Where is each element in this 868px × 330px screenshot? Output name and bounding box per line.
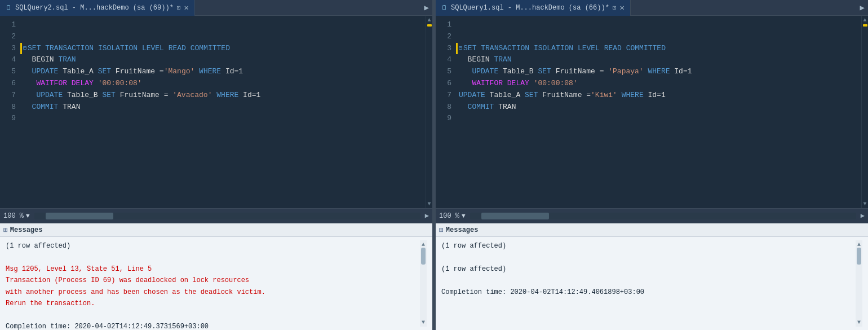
left-tab-close-icon[interactable]: ✕ bbox=[184, 4, 188, 12]
left-l7-tableb: Table_B bbox=[63, 90, 102, 102]
right-scroll-up-icon[interactable]: ▲ bbox=[863, 17, 866, 23]
left-zoom-arrow[interactable]: ▼ bbox=[26, 213, 30, 219]
right-code-line-7: UPDATE Table_A SET FruitName ='Kiwi' WHE… bbox=[456, 90, 861, 102]
left-l5-update: UPDATE bbox=[32, 66, 59, 78]
left-code-line-3: ⊟SET TRANSACTION ISOLATION LEVEL READ CO… bbox=[20, 43, 426, 55]
left-kw-set: SET bbox=[28, 43, 45, 55]
left-tab-pin-icon[interactable]: ⊡ bbox=[177, 4, 181, 11]
left-tab-scroll-right[interactable]: ▶ bbox=[421, 3, 432, 12]
left-msg-8: Completion time: 2020-04-02T14:12:49.373… bbox=[6, 321, 420, 330]
right-l7-where: WHERE bbox=[617, 90, 644, 102]
left-l8-tran: TRAN bbox=[58, 102, 80, 113]
left-scrollbar-h-right[interactable]: ▶ bbox=[425, 212, 429, 220]
main-area: 🗒 SQLQuery2.sql - M...hackDemo (sa (69))… bbox=[0, 0, 868, 330]
right-code-line-8: COMMIT TRAN bbox=[456, 102, 861, 113]
right-messages-content: (1 row affected) (1 row affected) Comple… bbox=[436, 237, 868, 330]
right-scroll-down-icon[interactable]: ▼ bbox=[863, 201, 866, 207]
left-l7-set: SET bbox=[102, 90, 115, 102]
right-messages-tab-bar: ⊞ Messages bbox=[436, 223, 868, 237]
left-kw-committed: COMMITTED bbox=[191, 43, 230, 55]
right-l7-fruitname: FruitName = bbox=[538, 90, 591, 102]
right-msg-5: Completion time: 2020-04-02T14:12:49.406… bbox=[441, 287, 856, 298]
right-l5-fruitname: FruitName = bbox=[551, 66, 608, 78]
right-scrollbar-h-thumb bbox=[481, 213, 549, 219]
left-messages-tab-label[interactable]: Messages bbox=[10, 226, 43, 234]
right-code-line-4: BEGIN TRAN bbox=[456, 54, 861, 66]
left-l4-tran: TRAN bbox=[58, 54, 76, 66]
left-messages-text: (1 row affected) Msg 1205, Level 13, Sta… bbox=[6, 240, 420, 327]
right-tab-pin-icon[interactable]: ⊡ bbox=[613, 4, 617, 11]
right-line-num-8: 8 bbox=[440, 102, 451, 113]
right-l5-id: Id=1 bbox=[670, 66, 692, 78]
right-messages-tab-label[interactable]: Messages bbox=[446, 226, 479, 234]
right-l5-space bbox=[459, 66, 472, 78]
left-scroll-up-icon[interactable]: ▲ bbox=[427, 17, 431, 23]
right-l6-space bbox=[459, 78, 472, 90]
right-tab-scroll-right[interactable]: ▶ bbox=[857, 3, 868, 12]
left-line-num-3: 3 bbox=[5, 43, 16, 55]
left-messages-scrollbar-thumb bbox=[421, 248, 426, 265]
left-l4-begin: BEGIN bbox=[23, 54, 58, 66]
left-zoom-label: 100 % bbox=[3, 212, 24, 220]
left-code-line-7: UPDATE Table_B SET FruitName = 'Avacado'… bbox=[20, 90, 426, 102]
left-l6-delay: DELAY bbox=[67, 78, 98, 90]
left-kw-transaction: TRANSACTION bbox=[45, 43, 98, 55]
right-line-num-3: 3 bbox=[440, 43, 451, 55]
right-code-content[interactable]: ⊟SET TRANSACTION ISOLATION LEVEL READ CO… bbox=[454, 16, 861, 208]
left-editor-scrollbar[interactable]: ▲ ▼ bbox=[426, 16, 432, 208]
right-code-line-1 bbox=[456, 19, 861, 31]
right-line-num-6: 6 bbox=[440, 78, 451, 90]
left-messages-panel: ⊞ Messages (1 row affected) Msg 1205, Le… bbox=[0, 223, 432, 330]
right-l4-begin: BEGIN bbox=[459, 54, 494, 66]
left-l5-where: WHERE bbox=[194, 66, 221, 78]
right-scrollbar-h[interactable] bbox=[470, 213, 856, 219]
right-zoom-label: 100 % bbox=[439, 212, 459, 220]
right-l6-waitfor: WAITFOR bbox=[472, 78, 503, 90]
right-msg-4 bbox=[441, 275, 856, 286]
left-messages-scrollbar[interactable]: ▲ ▼ bbox=[420, 240, 427, 327]
left-tab[interactable]: 🗒 SQLQuery2.sql - M...hackDemo (sa (69))… bbox=[0, 0, 195, 16]
right-zoom-arrow[interactable]: ▼ bbox=[462, 213, 466, 219]
left-scroll-down-icon[interactable]: ▼ bbox=[427, 201, 431, 207]
right-l7-set: SET bbox=[525, 90, 538, 102]
right-l6-time: '00:00:08' bbox=[534, 78, 578, 90]
left-line-num-2: 2 bbox=[5, 31, 16, 43]
right-editor-scrollbar[interactable]: ▲ ▼ bbox=[861, 16, 868, 208]
left-msg-scroll-up[interactable]: ▲ bbox=[422, 241, 425, 248]
left-messages-tab-bar: ⊞ Messages bbox=[0, 223, 432, 237]
right-msg-scroll-up[interactable]: ▲ bbox=[857, 241, 861, 248]
left-code-line-4: BEGIN TRAN bbox=[20, 54, 426, 66]
left-l7-avacado: 'Avacado' bbox=[172, 90, 212, 102]
left-collapse-icon[interactable]: ⊟ bbox=[23, 44, 26, 53]
right-line-num-7: 7 bbox=[440, 90, 451, 102]
right-l5-where: WHERE bbox=[644, 66, 670, 78]
left-kw-read: READ bbox=[169, 43, 191, 55]
left-line-numbers: 1 2 3 4 5 6 7 8 9 bbox=[0, 16, 18, 208]
left-msg-scroll-down[interactable]: ▼ bbox=[422, 319, 425, 325]
left-editor-area: 1 2 3 4 5 6 7 8 9 ⊟SET TRANSACTION ISOLA… bbox=[0, 16, 432, 208]
right-tab-label: SQLQuery1.sql - M...hackDemo (sa (66))* bbox=[451, 4, 609, 12]
right-code-line-9 bbox=[456, 113, 861, 125]
left-code-line-9 bbox=[20, 113, 426, 125]
left-kw-level: LEVEL bbox=[142, 43, 169, 55]
right-msg-scroll-down[interactable]: ▼ bbox=[857, 319, 861, 325]
right-messages-tab-icon: ⊞ bbox=[439, 226, 444, 235]
right-collapse-icon[interactable]: ⊟ bbox=[459, 44, 462, 53]
right-l4-tran: TRAN bbox=[494, 54, 511, 66]
right-scrollbar-h-right[interactable]: ▶ bbox=[861, 212, 865, 220]
right-tab-icon: 🗒 bbox=[441, 4, 448, 11]
left-messages-content: (1 row affected) Msg 1205, Level 13, Sta… bbox=[0, 237, 432, 330]
right-kw-transaction: TRANSACTION bbox=[481, 43, 534, 55]
left-l8-space bbox=[23, 102, 32, 113]
left-scrollbar-h[interactable] bbox=[34, 213, 420, 219]
left-code-content[interactable]: ⊟SET TRANSACTION ISOLATION LEVEL READ CO… bbox=[18, 16, 426, 208]
right-messages-scrollbar[interactable]: ▲ ▼ bbox=[856, 240, 862, 327]
right-kw-committed: COMMITTED bbox=[626, 43, 666, 55]
right-tab[interactable]: 🗒 SQLQuery1.sql - M...hackDemo (sa (66))… bbox=[436, 0, 631, 16]
left-kw-isolation: ISOLATION bbox=[98, 43, 142, 55]
left-code-line-1 bbox=[20, 19, 426, 31]
right-code-line-6: WAITFOR DELAY '00:00:08' bbox=[456, 78, 861, 90]
left-code-line-6: WAITFOR DELAY '00:00:08' bbox=[20, 78, 426, 90]
right-tab-close-icon[interactable]: ✕ bbox=[619, 4, 624, 12]
left-pane: 🗒 SQLQuery2.sql - M...hackDemo (sa (69))… bbox=[0, 0, 433, 330]
